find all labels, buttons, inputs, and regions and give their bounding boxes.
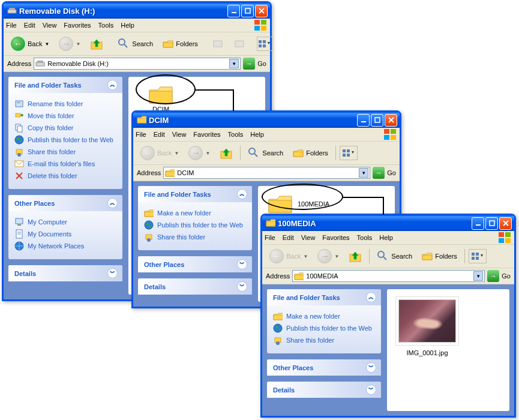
task-publish[interactable]: Publish this folder to the Web [273,322,375,334]
svg-rect-39 [235,41,244,47]
globe-icon [273,323,283,333]
task-publish[interactable]: Publish this folder to the Web [144,219,246,231]
up-button[interactable] [216,145,236,161]
up-button[interactable] [345,248,365,265]
chevron-down-icon: ︾ [366,362,376,373]
menu-tools[interactable]: Tools [357,234,373,241]
maximize-button[interactable] [485,217,498,230]
task-email[interactable]: E-mail this folder's files [14,158,116,170]
forward-button[interactable]: ▼ [185,144,214,162]
link-my-documents[interactable]: My Documents [14,228,116,240]
maximize-button[interactable] [371,114,383,127]
search-button[interactable]: Search [244,145,287,161]
address-dropdown[interactable]: Removable Disk (H:) ▼ [34,58,241,70]
dropdown-arrow-icon: ▼ [303,254,308,259]
task-share[interactable]: Share this folder [144,231,246,243]
dropdown-arrow-icon[interactable]: ▼ [359,168,368,178]
copy-icon [14,123,24,133]
details-header[interactable]: Details ︾ [8,265,122,281]
dropdown-arrow-icon[interactable]: ▼ [473,271,483,281]
menu-favorites[interactable]: Favorites [322,234,349,241]
views-button[interactable] [340,146,358,160]
back-button[interactable]: Back ▼ [137,144,182,162]
go-button[interactable]: → [243,58,255,70]
other-places-header[interactable]: Other Places ︾ [138,256,252,272]
menu-view[interactable]: View [172,131,187,138]
search-button[interactable]: Search [114,36,157,52]
task-share[interactable]: Share this folder [14,146,116,158]
sync2-button[interactable] [230,37,250,51]
link-label: My Network Places [28,242,84,250]
folders-label: Folders [306,149,328,157]
separator [464,249,465,263]
menu-edit[interactable]: Edit [283,234,294,241]
task-share[interactable]: Share this folder [273,334,375,346]
minimize-button[interactable] [472,217,484,230]
menu-file[interactable]: File [265,234,275,241]
menu-edit[interactable]: Edit [154,131,165,138]
tasks-panel-header[interactable]: File and Folder Tasks ︽ [138,186,252,202]
task-rename[interactable]: Rename this folder [14,98,116,110]
forward-button[interactable]: ▼ [55,35,84,53]
address-dropdown[interactable]: DCIM ▼ [163,167,370,179]
up-button[interactable] [86,35,107,52]
address-dropdown[interactable]: 100MEDIA ▼ [292,270,485,282]
go-button[interactable]: → [487,270,499,282]
menu-tools[interactable]: Tools [228,131,244,138]
minimize-button[interactable] [357,114,370,127]
task-copy[interactable]: Copy this folder [14,122,116,134]
menu-view[interactable]: View [301,234,316,241]
menu-help[interactable]: Help [121,22,134,29]
tasks-panel-header[interactable]: File and Folder Tasks ︽ [8,77,122,93]
menu-help[interactable]: Help [250,131,264,138]
minimize-button[interactable] [227,5,240,17]
task-label: Copy this folder [28,124,73,131]
menu-edit[interactable]: Edit [24,22,35,29]
task-label: E-mail this folder's files [28,160,95,167]
menu-favorites[interactable]: Favorites [64,22,91,29]
menu-tools[interactable]: Tools [98,22,114,29]
search-label: Search [132,40,153,47]
back-button[interactable]: Back ▼ [266,247,311,265]
other-places-header[interactable]: Other Places ︾ [267,359,381,376]
task-delete[interactable]: Delete this folder [14,170,116,182]
sync-button[interactable] [209,37,228,51]
task-publish[interactable]: Publish this folder to the Web [14,134,116,146]
content-pane[interactable]: IMG_0001.jpg [387,289,509,411]
maximize-button[interactable] [241,5,254,17]
folder-item-dcim[interactable]: DCIM [143,84,179,113]
menu-help[interactable]: Help [379,234,393,241]
folders-button[interactable]: Folders [418,250,461,262]
close-button[interactable] [385,114,397,127]
task-new-folder[interactable]: Make a new folder [144,207,246,219]
task-move[interactable]: Move this folder [14,110,116,122]
close-button[interactable] [255,5,268,17]
details-header[interactable]: Details ︾ [267,382,381,398]
details-header[interactable]: Details ︾ [138,278,252,295]
folders-button[interactable]: Folders [159,38,202,50]
menu-file[interactable]: File [6,22,17,29]
forward-button[interactable]: ▼ [314,247,343,265]
task-new-folder[interactable]: Make a new folder [273,310,375,322]
chevron-up-icon: ︽ [107,80,118,90]
menu-view[interactable]: View [43,22,57,29]
link-my-computer[interactable]: My Computer [14,216,116,228]
folder-item-100media[interactable]: 100MEDIA [268,193,388,214]
folders-button[interactable]: Folders [289,147,332,159]
link-my-network[interactable]: My Network Places [14,240,116,252]
task-label: Make a new folder [157,209,211,217]
menu-favorites[interactable]: Favorites [193,131,220,138]
folder-icon [294,272,304,280]
back-button[interactable]: Back ▼ [7,35,53,53]
close-button[interactable] [499,217,512,230]
views-button[interactable] [469,249,487,263]
other-places-header[interactable]: Other Places ︽ [8,195,122,211]
search-button[interactable]: Search [373,248,416,264]
go-button[interactable]: → [373,167,385,179]
menu-file[interactable]: File [136,131,146,138]
views-button[interactable] [257,37,272,51]
image-item[interactable]: IMG_0001.jpg [394,296,460,356]
go-label: Go [257,60,266,67]
dropdown-arrow-icon[interactable]: ▼ [229,59,239,68]
tasks-panel-header[interactable]: File and Folder Tasks ︽ [267,289,381,305]
